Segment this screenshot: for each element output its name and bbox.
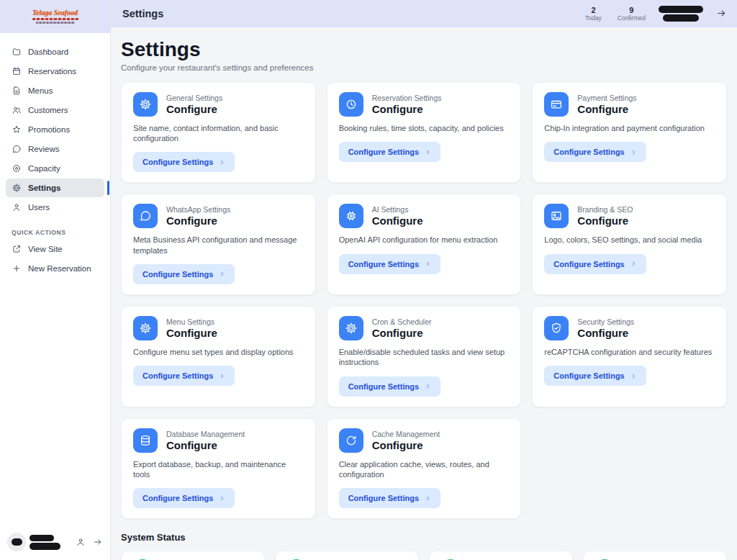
- configure-settings-button-label: Configure Settings: [553, 148, 624, 156]
- card-description: reCAPTCHA configuration and security fea…: [544, 347, 715, 357]
- sidebar-footer-icons: [76, 537, 103, 547]
- sidebar-item-menus[interactable]: Menus: [6, 81, 104, 100]
- configure-settings-button-label: Configure Settings: [348, 382, 419, 391]
- card-header: Reservation Settings Configure: [339, 92, 510, 117]
- quick-action-view-site[interactable]: View Site: [6, 240, 104, 258]
- chevron-right-icon: [425, 495, 431, 502]
- configure-settings-button[interactable]: Configure Settings: [544, 254, 646, 274]
- configure-settings-button-label: Configure Settings: [348, 148, 419, 156]
- card-description: Enable/disable scheduled tasks and view …: [339, 347, 510, 368]
- card-title: Configure: [372, 439, 440, 451]
- status-card-database: Database Connected: [121, 551, 265, 560]
- cpu-icon: [345, 209, 358, 222]
- system-status-heading: System Status: [121, 532, 727, 543]
- settings-page: Settings Configure your restaurant's set…: [111, 27, 737, 560]
- brand-logo[interactable]: Telaga Seafood: [32, 9, 78, 24]
- sidebar-item-label: View Site: [28, 245, 63, 253]
- configure-settings-button-label: Configure Settings: [143, 371, 213, 380]
- settings-card-security-settings: Security Settings Configure reCAPTCHA co…: [532, 306, 727, 407]
- avatar: [7, 533, 26, 551]
- topbar-right: 2 Today 9 Confirmed: [585, 6, 727, 22]
- configure-settings-button-label: Configure Settings: [348, 494, 419, 502]
- sidebar-item-label: Menus: [28, 86, 53, 95]
- chat-icon: [139, 209, 152, 222]
- brand-logo-decoration: [32, 18, 78, 20]
- card-header-text: WhatsApp Settings Configure: [166, 205, 230, 227]
- card-header-text: Cache Management Configure: [372, 430, 440, 451]
- chevron-right-icon: [630, 261, 637, 267]
- status-card-cache: Cache Active: [429, 551, 573, 560]
- card-description: Chip-In integration and payment configur…: [544, 123, 715, 133]
- status-card-queues: Queues Running: [583, 551, 727, 560]
- logout-arrow-icon[interactable]: [93, 537, 103, 547]
- user-icon: [12, 202, 22, 212]
- card-header: Branding & SEO Configure: [544, 204, 715, 228]
- customers-icon: [12, 105, 22, 115]
- quick-action-new-reservation[interactable]: New Reservation: [6, 259, 104, 278]
- configure-settings-button[interactable]: Configure Settings: [133, 152, 235, 172]
- sidebar-item-promotions[interactable]: Promotions: [6, 120, 104, 139]
- card-icon-tile: [339, 428, 363, 453]
- configure-settings-button[interactable]: Configure Settings: [339, 376, 440, 397]
- card-label: Payment Settings: [577, 94, 636, 102]
- configure-settings-button[interactable]: Configure Settings: [544, 142, 646, 162]
- card-header: Payment Settings Configure: [544, 92, 715, 117]
- stat-value: 2: [585, 6, 602, 15]
- card-title: Configure: [577, 327, 634, 339]
- redacted-restaurant-name: [659, 6, 703, 13]
- card-description: Configure menu set types and display opt…: [133, 347, 304, 357]
- sidebar-item-settings[interactable]: Settings: [6, 179, 104, 197]
- configure-settings-button[interactable]: Configure Settings: [339, 488, 440, 508]
- card-header-text: Security Settings Configure: [577, 317, 634, 339]
- target-icon: [12, 163, 22, 173]
- card-header: WhatsApp Settings Configure: [133, 204, 304, 228]
- topbar-stat-today: 2 Today: [585, 6, 602, 22]
- configure-settings-button-label: Configure Settings: [553, 371, 624, 380]
- card-icon-tile: [133, 428, 158, 453]
- image-icon: [550, 209, 563, 222]
- configure-settings-button[interactable]: Configure Settings: [339, 142, 440, 162]
- sidebar-item-users[interactable]: Users: [6, 198, 104, 217]
- chevron-right-icon: [219, 271, 225, 277]
- sidebar-item-reviews[interactable]: Reviews: [6, 140, 104, 158]
- card-label: Reservation Settings: [372, 94, 442, 102]
- sidebar-item-label: Dashboard: [28, 48, 68, 56]
- sidebar-nav: Dashboard Reservations Menus Customers P…: [0, 33, 110, 217]
- card-title: Configure: [577, 103, 636, 115]
- sidebar-item-label: Customers: [28, 106, 68, 114]
- user-profile-icon[interactable]: [76, 537, 86, 547]
- configure-settings-button[interactable]: Configure Settings: [339, 254, 440, 274]
- configure-settings-button[interactable]: Configure Settings: [133, 264, 235, 284]
- sidebar: Telaga Seafood Dashboard Reservations Me…: [0, 0, 111, 560]
- settings-card-general-settings: General Settings Configure Site name, co…: [121, 82, 316, 184]
- topbar-stats: 2 Today 9 Confirmed: [585, 6, 646, 22]
- logout-arrow-icon[interactable]: [716, 8, 727, 19]
- sidebar-item-dashboard[interactable]: Dashboard: [6, 42, 104, 61]
- card-header-text: Payment Settings Configure: [577, 94, 636, 115]
- card-header: Cache Management Configure: [339, 428, 510, 453]
- sidebar-item-reservations[interactable]: Reservations: [6, 62, 104, 81]
- card-label: Database Management: [166, 430, 245, 438]
- card-header: AI Settings Configure: [339, 204, 510, 228]
- card-description: Site name, contact information, and basi…: [133, 123, 304, 144]
- card-header-text: AI Settings Configure: [372, 205, 423, 227]
- configure-settings-button[interactable]: Configure Settings: [544, 366, 646, 386]
- settings-cards-grid: General Settings Configure Site name, co…: [121, 82, 727, 519]
- redacted-user-role: [30, 543, 60, 550]
- card-description: Export database, backup, and maintenance…: [133, 459, 304, 480]
- card-title: Configure: [166, 103, 222, 115]
- configure-settings-button-label: Configure Settings: [143, 494, 213, 502]
- configure-settings-button[interactable]: Configure Settings: [133, 366, 235, 386]
- card-description: Clear application cache, views, routes, …: [339, 459, 510, 480]
- settings-card-cron-scheduler: Cron & Scheduler Configure Enable/disabl…: [327, 306, 522, 407]
- redacted-user-info: [30, 535, 60, 550]
- sidebar-item-capacity[interactable]: Capacity: [6, 159, 104, 178]
- configure-settings-button-label: Configure Settings: [143, 270, 213, 279]
- configure-settings-button[interactable]: Configure Settings: [133, 488, 235, 508]
- redacted-avatar: [12, 538, 22, 546]
- chevron-right-icon: [630, 149, 637, 155]
- gear-icon: [139, 322, 152, 335]
- sidebar-item-label: New Reservation: [28, 264, 91, 273]
- card-label: General Settings: [166, 94, 222, 102]
- sidebar-item-customers[interactable]: Customers: [6, 101, 104, 119]
